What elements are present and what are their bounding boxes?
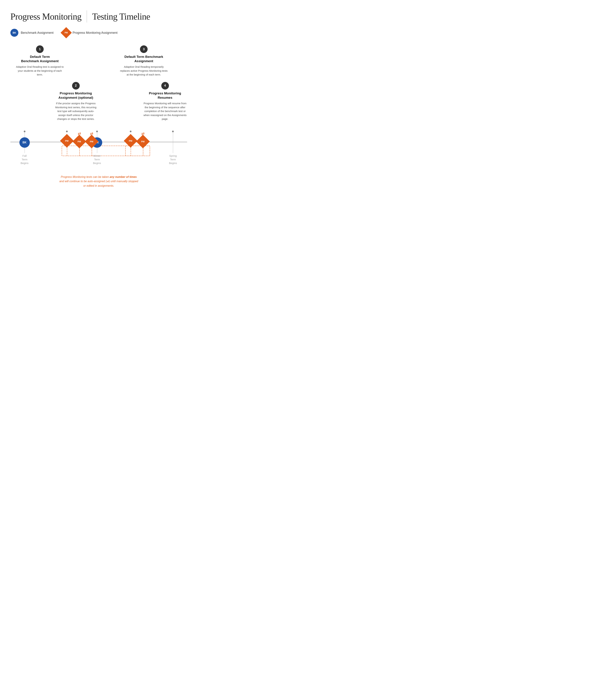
pm-node-3: ⇄ PM (87, 131, 97, 146)
step-3-block: 3 Default Term BenchmarkAssignment Adapt… (119, 45, 168, 77)
steps-bottom-row: 2 Progress MonitoringAssignment (optiona… (10, 82, 187, 121)
step-1-title: Default TermBenchmark Assignment (15, 55, 64, 63)
pm-diamond-3: PM (85, 134, 99, 148)
page-header: Progress Monitoring Testing Timeline (10, 10, 187, 22)
title-progress-monitoring: Progress Monitoring (10, 11, 82, 22)
footer-note: Progress Monitoring tests can be taken a… (10, 175, 187, 188)
header-divider (87, 10, 87, 22)
pm-node-4: PM (126, 136, 136, 146)
step-4-title: Progress MonitoringResumes (143, 91, 187, 100)
pm-node-1: PM (62, 136, 72, 146)
footer-note-text-1: Progress Monitoring tests can be taken (61, 175, 110, 178)
pm-dashed-box-2 (125, 146, 150, 156)
step-4-number: 4 (161, 82, 169, 90)
dot-pm4 (130, 130, 132, 132)
term-label-fall: FallTermBegins (20, 154, 29, 165)
pm-diamond-4: PM (124, 134, 137, 148)
pm-diamond-1: PM (60, 134, 74, 148)
dot-fall (24, 130, 26, 132)
pm-legend-label: Progress Monitoring Assignment (72, 31, 117, 35)
auto-assign-symbol: ⇄ (107, 180, 109, 183)
pm-diamond-2: PM (72, 134, 86, 148)
footer-note-text-2: and will continue to be auto-assigned ( (59, 180, 106, 183)
step-2-desc: If the proctor assigns the Progress Moni… (54, 102, 98, 121)
step-1-number: 1 (36, 45, 44, 53)
term-marker-spring (173, 130, 173, 153)
bk-legend-label: Benchmark Assignment (21, 31, 54, 35)
step-3-title: Default Term BenchmarkAssignment (119, 55, 168, 63)
dot-pm1 (66, 130, 68, 132)
footer-note-text-3: ) until manually stopped (109, 180, 138, 183)
footer-note-bold: any number of times (110, 175, 137, 178)
step-2-title: Progress MonitoringAssignment (optional) (54, 91, 98, 100)
legend-bk: BK Benchmark Assignment (10, 29, 54, 37)
step-3-number: 3 (140, 45, 148, 53)
step-4-block: 4 Progress MonitoringResumes Progress Mo… (143, 82, 187, 121)
pm-dashed-box (62, 146, 150, 156)
legend-pm: PM Progress Monitoring Assignment (62, 29, 117, 37)
term-label-winter: WinterTermBegins (93, 154, 101, 165)
timeline-section: BK BK PM ⇄ PM ⇄ PM PM ⇄ PM (10, 126, 187, 171)
legend: BK Benchmark Assignment PM Progress Moni… (10, 29, 187, 37)
step-1-desc: Adaptive Oral Reading test is assigned t… (15, 65, 64, 77)
step-2-number: 2 (72, 82, 80, 90)
pm-diamond-5: PM (136, 134, 150, 148)
dot-spring (172, 130, 174, 132)
bk-node-fall: BK (19, 137, 30, 148)
step-3-desc: Adaptive Oral Reading temporarily replac… (119, 65, 168, 77)
footer-note-text-4: or edited in assignments. (83, 184, 114, 187)
title-testing-timeline: Testing Timeline (92, 11, 150, 22)
term-label-spring: SpringTermBegins (169, 154, 177, 165)
step-1-block: 1 Default TermBenchmark Assignment Adapt… (15, 45, 64, 77)
pm-diamond-icon: PM (61, 27, 72, 38)
step-4-desc: Progress Monitoring will resume from the… (143, 102, 187, 121)
bk-circle-icon: BK (10, 29, 18, 37)
pm-node-2: ⇄ PM (75, 131, 84, 146)
step-2-block: 2 Progress MonitoringAssignment (optiona… (54, 82, 98, 121)
pm-node-5: ⇄ PM (138, 131, 148, 146)
steps-top-row: 1 Default TermBenchmark Assignment Adapt… (10, 45, 187, 77)
